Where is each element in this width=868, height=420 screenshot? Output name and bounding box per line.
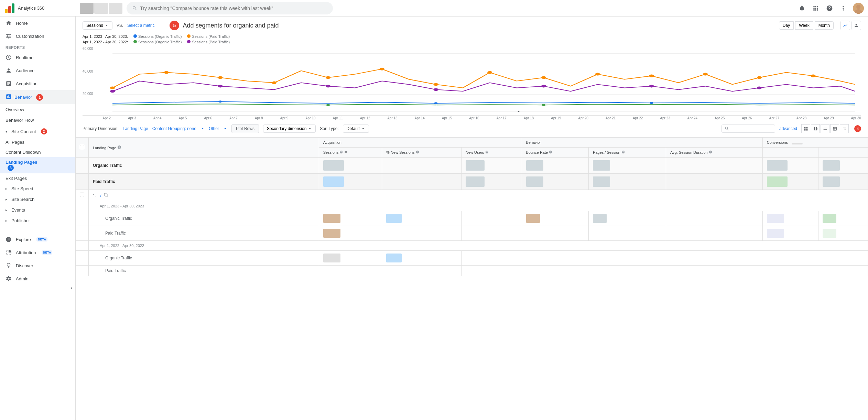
sort-type-btn[interactable]: Default xyxy=(343,125,369,133)
sidebar-subsub-exit-pages[interactable]: Exit Pages xyxy=(0,173,75,183)
table-view-more-icon[interactable] xyxy=(840,124,849,133)
apps-icon[interactable] xyxy=(812,4,820,12)
secondary-dimension-btn[interactable]: Secondary dimension xyxy=(263,125,316,133)
paid-traffic-label: Paid Traffic xyxy=(89,174,319,190)
sidebar-subsub-content-drilldown[interactable]: Content Drilldown xyxy=(0,147,75,157)
r1o22-check xyxy=(76,251,89,266)
table-search-input[interactable] xyxy=(731,126,772,131)
r1o-new-users xyxy=(461,211,522,226)
primary-dimension-value[interactable]: Landing Page xyxy=(123,126,148,131)
plot-rows-btn[interactable]: Plot Rows xyxy=(231,124,259,133)
table-search-box[interactable] xyxy=(721,125,775,133)
r1p-new-users xyxy=(461,226,522,241)
events-label: Events xyxy=(11,207,25,213)
sidebar-item-discover[interactable]: Discover xyxy=(0,259,75,272)
sidebar-sub-overview[interactable]: Overview xyxy=(0,104,75,115)
legend-item-4: Sessions (Paid Traffic) xyxy=(187,40,230,44)
svg-point-34 xyxy=(650,102,653,104)
sidebar-subsub-all-pages[interactable]: All Pages xyxy=(0,137,75,147)
other-link[interactable]: Other xyxy=(209,126,219,131)
more-icon[interactable] xyxy=(839,4,847,12)
r1p22-sessions xyxy=(319,266,382,276)
week-btn[interactable]: Week xyxy=(795,21,813,30)
svg-point-24 xyxy=(811,75,816,77)
sessions-header[interactable]: Sessions xyxy=(319,148,382,158)
exit-pages-label: Exit Pages xyxy=(6,176,27,181)
admin-label: Admin xyxy=(16,276,29,281)
chart-legend: Apr 1, 2023 - Apr 30, 2023: Sessions (Or… xyxy=(76,33,868,47)
conversions-selector[interactable] xyxy=(792,143,803,144)
sidebar-item-customization[interactable]: Customization xyxy=(0,30,75,43)
preview-box-1 xyxy=(80,3,94,14)
sidebar-sub-site-content[interactable]: ▾ Site Content 2 xyxy=(0,126,75,137)
landing-page-help-icon xyxy=(117,145,121,149)
select-metric-link[interactable]: Select a metric xyxy=(127,23,154,28)
line-chart-view-icon[interactable] xyxy=(840,21,850,30)
site-content-label: Site Content xyxy=(11,129,36,134)
avg-session-help-icon xyxy=(709,150,712,154)
data-table-wrapper: Landing Page Acquisition Behavior Conver… xyxy=(76,138,868,276)
checkbox-header xyxy=(76,138,89,158)
sidebar-sub-site-search[interactable]: ▸ Site Search xyxy=(0,194,75,205)
select-all-checkbox[interactable] xyxy=(80,145,84,149)
row1-page-link[interactable]: / xyxy=(100,193,101,198)
paid-pages-cell xyxy=(589,174,666,190)
organic-conv1-cell xyxy=(762,158,818,174)
table-view-list-icon[interactable] xyxy=(821,124,829,133)
behavior-badge: 1 xyxy=(36,94,43,101)
user-avatar[interactable] xyxy=(853,3,864,14)
content-grouping-value[interactable]: Content Grouping: none xyxy=(152,126,196,131)
r1o22-label: Organic Traffic xyxy=(89,251,319,266)
search-input[interactable] xyxy=(140,6,327,11)
svg-point-33 xyxy=(434,102,437,104)
sessions-segment-btn[interactable]: Sessions xyxy=(83,21,112,30)
row1-checkbox[interactable] xyxy=(76,190,89,201)
advanced-link[interactable]: advanced xyxy=(779,126,797,131)
help-icon[interactable] xyxy=(825,4,834,12)
audience-label: Audience xyxy=(16,68,34,73)
organic-traffic-segment-row: Organic Traffic xyxy=(76,158,868,174)
collapse-sidebar-icon[interactable]: ‹ xyxy=(71,285,73,291)
row1-checkbox-input[interactable] xyxy=(80,193,84,197)
bounce-rate-header: Bounce Rate xyxy=(522,148,589,158)
svg-point-27 xyxy=(326,85,330,87)
table-view-table-icon[interactable] xyxy=(830,124,839,133)
sidebar-sub-publisher[interactable]: ▸ Publisher xyxy=(0,215,75,226)
svg-point-13 xyxy=(218,76,223,79)
legend-item-1: Sessions (Organic Traffic) xyxy=(133,34,182,39)
sidebar-sub-behavior-flow[interactable]: Behavior Flow xyxy=(0,115,75,126)
sidebar-item-home[interactable]: Home xyxy=(0,17,75,30)
landing-page-header: Landing Page xyxy=(89,138,319,158)
landing-pages-label: Landing Pages xyxy=(6,160,37,165)
svg-point-14 xyxy=(272,81,276,84)
day-btn[interactable]: Day xyxy=(779,21,794,30)
sidebar-subsub-landing-pages[interactable]: Landing Pages 3 xyxy=(0,157,75,173)
behavior-icon xyxy=(6,94,12,101)
sidebar-sub-events[interactable]: ▸ Events xyxy=(0,205,75,215)
expand-icon-5: ▸ xyxy=(6,219,7,223)
new-users-help-icon xyxy=(485,150,489,154)
sidebar-item-behavior[interactable]: Behavior 1 xyxy=(0,90,75,104)
row1-copy-icon[interactable] xyxy=(104,193,108,197)
sidebar-item-audience[interactable]: Audience xyxy=(0,64,75,77)
row1-paid-2022: Paid Traffic xyxy=(76,266,868,276)
pct-new-sessions-header: % New Sessions xyxy=(382,148,462,158)
sidebar-item-explore[interactable]: Explore BETA xyxy=(0,233,75,246)
sidebar-item-realtime[interactable]: Realtime xyxy=(0,51,75,64)
table-view-pie-icon[interactable] xyxy=(811,124,820,133)
svg-point-31 xyxy=(757,86,762,89)
notifications-icon[interactable] xyxy=(798,4,806,12)
search-bar[interactable] xyxy=(127,2,333,14)
table-view-grid-icon[interactable] xyxy=(801,124,810,133)
r1p22-pct xyxy=(382,266,462,276)
sidebar-item-admin[interactable]: Admin xyxy=(0,272,75,285)
svg-point-19 xyxy=(541,76,546,79)
month-btn[interactable]: Month xyxy=(815,21,834,30)
explore-icon xyxy=(6,236,12,243)
sidebar-item-acquisition[interactable]: Acquisition xyxy=(0,77,75,90)
sidebar-item-attribution[interactable]: Attribution BETA xyxy=(0,246,75,259)
person-view-icon[interactable] xyxy=(851,21,861,30)
sidebar-sub-site-speed[interactable]: ▸ Site Speed xyxy=(0,183,75,194)
secondary-dimension-label: Secondary dimension xyxy=(267,126,306,131)
svg-rect-1 xyxy=(8,6,11,13)
